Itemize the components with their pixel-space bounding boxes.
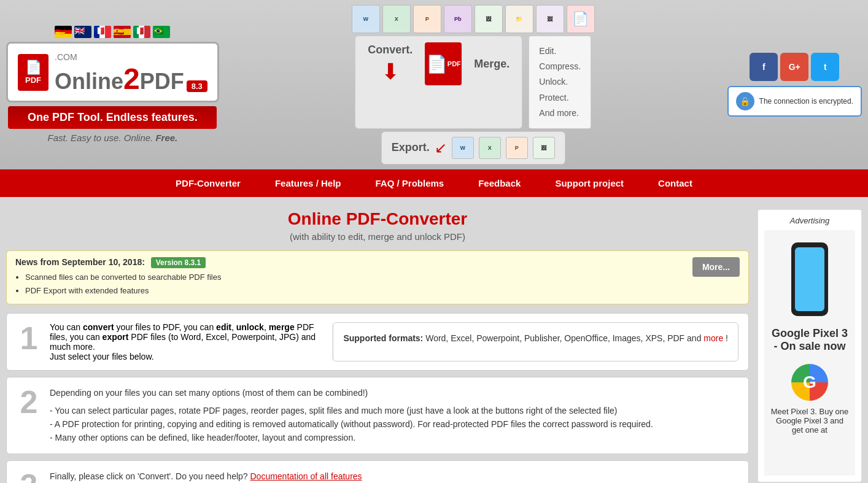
step1-box: 1 You can convert your files to PDF, you… (6, 313, 749, 371)
step2-main: Depending on your files you can set many… (50, 386, 738, 400)
edit-area: Edit.Compress.Unlock.Protect.And more. (529, 36, 591, 129)
step3-box: 3 Finally, please click on 'Convert'. Do… (6, 460, 749, 483)
nav-faq-problems[interactable]: FAQ / Problems (358, 169, 461, 197)
export-area: Export. ↙ W X P 🖼 (381, 131, 565, 164)
news-list: Scanned files can be converted to search… (15, 271, 686, 298)
export-img[interactable]: 🖼 (533, 137, 555, 159)
news-item-2: PDF Export with extended features (25, 284, 686, 298)
tool-folder[interactable]: 📁 (505, 5, 533, 33)
ad-phone-image (791, 242, 828, 316)
arrow-down-icon: ⬇ (381, 59, 400, 85)
logo-pdf-text: PDF (140, 69, 184, 95)
tool-word[interactable]: W (352, 5, 380, 33)
nav-contact[interactable]: Contact (641, 169, 710, 197)
step2-bullet3: - Many other options can be defined, lik… (50, 431, 738, 444)
ad-content: Google Pixel 3 - On sale now G Meet Pixe… (764, 230, 855, 476)
ad-title: Advertising (764, 216, 855, 225)
export-excel[interactable]: X (479, 137, 501, 159)
header: 🇩🇪 🇬🇧 🇫🇷 🇪🇸 🇮🇹 🇧🇷 📄 PDF .COM Online 2 PD… (0, 0, 868, 169)
logo-pdf-label: PDF (25, 75, 41, 85)
logo-pdf-icon: 📄 PDF (18, 54, 48, 91)
pdf-result-icon: 📄 PDF (425, 42, 462, 85)
export-word[interactable]: W (452, 137, 474, 159)
tool-excel[interactable]: X (382, 5, 411, 33)
ad-box: Advertising Google Pixel 3 - On sale now… (758, 209, 862, 482)
flag-italian[interactable]: 🇮🇹 (133, 26, 150, 38)
step2-bullet2: - A PDF protection for printing, copying… (50, 417, 738, 431)
twitter-button[interactable]: t (811, 53, 839, 81)
flag-french[interactable]: 🇫🇷 (94, 26, 111, 38)
tool-image[interactable]: 🖼 (475, 5, 503, 33)
step1-formats: Supported formats: Word, Excel, Powerpoi… (333, 322, 738, 361)
step3-text: Finally, please click on 'Convert'. Do y… (50, 469, 738, 483)
step3-content: Finally, please click on 'Convert'. Do y… (50, 469, 738, 483)
header-left: 🇩🇪 🇬🇧 🇫🇷 🇪🇸 🇮🇹 🇧🇷 📄 PDF .COM Online 2 PD… (6, 26, 219, 143)
googleplus-button[interactable]: G+ (780, 53, 808, 81)
nav-support-project[interactable]: Support project (538, 169, 641, 197)
content-right: Advertising Google Pixel 3 - On sale now… (758, 209, 862, 483)
formats-text: Word, Excel, Powerpoint, Publisher, Open… (425, 333, 703, 343)
lang-flags: 🇩🇪 🇬🇧 🇫🇷 🇪🇸 🇮🇹 🇧🇷 (55, 26, 170, 38)
header-right: f G+ t 🔒 The connection is encrypted. (727, 53, 862, 117)
ad-headline: Google Pixel 3 - On sale now (770, 327, 849, 353)
formats-end: ! (726, 333, 728, 343)
export-ppt[interactable]: P (506, 137, 528, 159)
page-subtitle: (with ability to edit, merge and unlock … (6, 231, 749, 242)
ssl-text: The connection is encrypted. (759, 97, 853, 106)
convert-merge-area: Convert. ⬇ 📄 PDF Merge. (355, 36, 522, 129)
news-box: News from September 10, 2018: Version 8.… (6, 250, 749, 304)
logo-box: 📄 PDF .COM Online 2 PDF 8.3 (6, 42, 219, 102)
logo-online: Online (55, 69, 123, 95)
content-left: Online PDF-Converter (with ability to ed… (6, 209, 749, 483)
merge-label: Merge. (474, 58, 510, 71)
facebook-button[interactable]: f (750, 53, 778, 81)
step3-text-before: Finally, please click on 'Convert'. Do y… (50, 471, 250, 481)
ad-body: Meet Pixel 3. Buy one Google Pixel 3 and… (770, 407, 849, 435)
nav-feedback[interactable]: Feedback (461, 169, 538, 197)
logo-two: 2 (123, 62, 140, 96)
step1-number: 1 (17, 322, 41, 354)
step1-left: You can convert your files to PDF, you c… (50, 322, 333, 361)
step2-number: 2 (17, 386, 41, 418)
news-title: News from September 10, 2018: Version 8.… (15, 257, 686, 267)
version-badge: 8.3 (187, 80, 207, 92)
flag-portuguese[interactable]: 🇧🇷 (153, 26, 170, 38)
step3-number: 3 (17, 469, 41, 483)
flag-spanish[interactable]: 🇪🇸 (114, 26, 131, 38)
ssl-icon: 🔒 (736, 92, 754, 110)
tagline: One PDF Tool. Endless features. (8, 106, 217, 129)
nav-features-help[interactable]: Features / Help (258, 169, 358, 197)
export-label: Export. (392, 141, 430, 154)
flag-english[interactable]: 🇬🇧 (74, 26, 91, 38)
formats-more-link[interactable]: more (703, 333, 723, 343)
step2-box: 2 Depending on your files you can set ma… (6, 377, 749, 454)
header-center: W X P Pb 🖼 📁 🖼 📄 Convert. ⬇ 📄 PDF (352, 5, 595, 164)
sub-tagline: Fast. Easy to use. Online. Free. (48, 133, 178, 143)
export-arrow-icon: ↙ (435, 139, 447, 156)
flag-german[interactable]: 🇩🇪 (55, 26, 72, 38)
news-item-1: Scanned files can be converted to search… (25, 271, 686, 284)
step2-content: Depending on your files you can set many… (50, 386, 738, 445)
tool-icon-row: W X P Pb 🖼 📁 🖼 📄 (352, 5, 595, 33)
social-buttons: f G+ t (750, 53, 839, 81)
step1-inner: You can convert your files to PDF, you c… (50, 322, 738, 361)
ad-google-logo: G (791, 364, 828, 401)
version-tag: Version 8.3.1 (151, 257, 206, 268)
step2-bullet1: - You can select particular pages, rotat… (50, 404, 738, 417)
tool-photo[interactable]: 🖼 (536, 5, 564, 33)
tool-pdf[interactable]: 📄 (567, 5, 595, 33)
more-button[interactable]: More... (692, 257, 740, 277)
tool-ppt[interactable]: P (413, 5, 441, 33)
page-title: Online PDF-Converter (6, 209, 749, 229)
nav-pdf-converter[interactable]: PDF-Converter (158, 169, 258, 197)
documentation-link[interactable]: Documentation of all features (250, 471, 362, 481)
tool-publisher[interactable]: Pb (444, 5, 472, 33)
news-left: News from September 10, 2018: Version 8.… (15, 257, 686, 298)
step1-text: You can convert your files to PDF, you c… (50, 322, 322, 361)
formats-title: Supported formats: (343, 333, 423, 343)
ssl-badge: 🔒 The connection is encrypted. (727, 86, 862, 117)
logo-com: .COM (55, 52, 77, 62)
convert-label: Convert. (368, 44, 413, 56)
navbar: PDF-Converter Features / Help FAQ / Prob… (0, 169, 868, 197)
news-title-text: News from September 10, 2018: (15, 257, 145, 267)
